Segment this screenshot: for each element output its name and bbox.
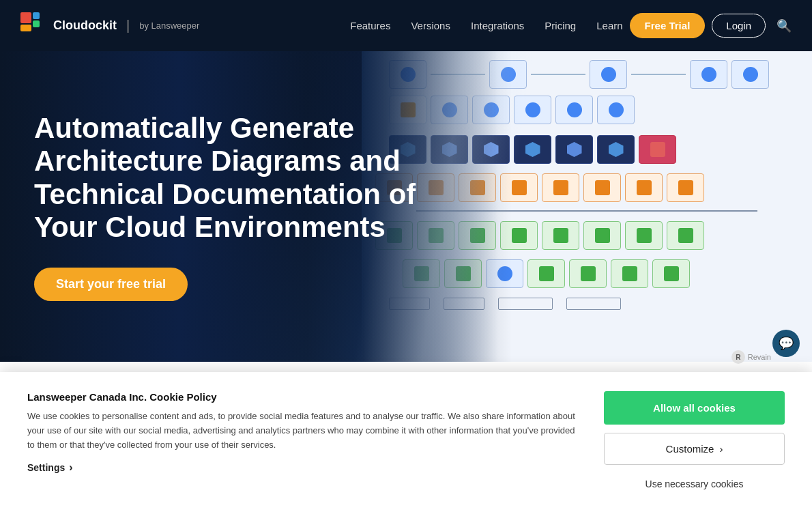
diag-cell xyxy=(667,221,704,250)
hero-section: Automatically Generate Architecture Diag… xyxy=(0,0,812,362)
cookie-title: Lansweeper Canada Inc. Cookie Policy xyxy=(27,391,577,403)
chat-icon: 💬 xyxy=(779,336,794,351)
customize-label: Customize xyxy=(666,443,714,455)
customize-button[interactable]: Customize › xyxy=(604,433,785,465)
cookie-actions: Allow all cookies Customize › Use necess… xyxy=(604,391,785,495)
logo-name: Cloudockit xyxy=(53,18,117,33)
diag-cell xyxy=(731,60,769,89)
nav-item-integrations[interactable]: Integrations xyxy=(471,20,524,32)
diag-cell xyxy=(555,135,593,164)
diag-cell xyxy=(555,96,593,124)
cookie-banner: Lansweeper Canada Inc. Cookie Policy We … xyxy=(0,372,812,514)
diag-cell xyxy=(542,221,579,250)
logo-sub: by Lansweeper xyxy=(139,20,199,31)
diag-cell xyxy=(569,259,607,288)
diag-cell xyxy=(583,173,621,202)
diag-cell xyxy=(625,221,663,250)
connector-line xyxy=(631,74,686,75)
nav-links: Features Versions Integrations Pricing L… xyxy=(350,20,622,32)
start-trial-button[interactable]: Start your free trial xyxy=(34,268,188,301)
svg-rect-3 xyxy=(20,25,31,31)
logo-icon xyxy=(20,12,48,40)
svg-rect-2 xyxy=(33,20,40,27)
nav-item-learn[interactable]: Learn xyxy=(596,20,622,32)
cookie-body: We use cookies to personalise content an… xyxy=(27,410,577,452)
chevron-right-icon: › xyxy=(69,461,72,474)
diag-cell xyxy=(583,221,621,250)
diag-cell xyxy=(542,173,579,202)
nav-item-pricing[interactable]: Pricing xyxy=(545,20,576,32)
diag-cell xyxy=(652,259,690,288)
diag-cell xyxy=(667,173,704,202)
search-icon[interactable]: 🔍 xyxy=(777,18,792,33)
nav-item-versions[interactable]: Versions xyxy=(411,20,450,32)
revain-label: Revain xyxy=(748,353,771,361)
navbar: Cloudockit | by Lansweeper Features Vers… xyxy=(0,0,812,51)
svg-rect-1 xyxy=(33,12,40,19)
free-trial-button[interactable]: Free Trial xyxy=(630,13,706,38)
diag-cell xyxy=(690,60,727,89)
hero-title: Automatically Generate Architecture Diag… xyxy=(34,112,430,244)
chevron-right-icon: › xyxy=(719,443,723,455)
cookie-text-area: Lansweeper Canada Inc. Cookie Policy We … xyxy=(27,391,577,474)
diag-cell xyxy=(625,173,663,202)
diag-cell xyxy=(597,96,635,124)
use-necessary-cookies-button[interactable]: Use necessary cookies xyxy=(604,473,785,495)
logo-area: Cloudockit | by Lansweeper xyxy=(20,12,199,40)
diag-cell xyxy=(597,135,635,164)
connector-box xyxy=(566,298,621,310)
cookie-settings-link[interactable]: Settings › xyxy=(27,461,577,474)
logo-sep: | xyxy=(126,18,130,33)
nav-item-features[interactable]: Features xyxy=(350,20,390,32)
settings-label: Settings xyxy=(27,462,65,473)
svg-rect-0 xyxy=(20,12,31,23)
hero-content: Automatically Generate Architecture Diag… xyxy=(0,51,464,362)
diag-cell xyxy=(527,259,565,288)
login-button[interactable]: Login xyxy=(712,14,766,38)
diag-cell xyxy=(639,135,676,164)
connector-line xyxy=(531,74,585,75)
diag-cell xyxy=(590,60,627,89)
revain-badge: R Revain xyxy=(731,350,771,364)
allow-all-cookies-button[interactable]: Allow all cookies xyxy=(604,391,785,425)
chat-bubble-button[interactable]: 💬 xyxy=(772,330,800,357)
diag-cell xyxy=(611,259,648,288)
revain-logo-icon: R xyxy=(731,350,745,364)
